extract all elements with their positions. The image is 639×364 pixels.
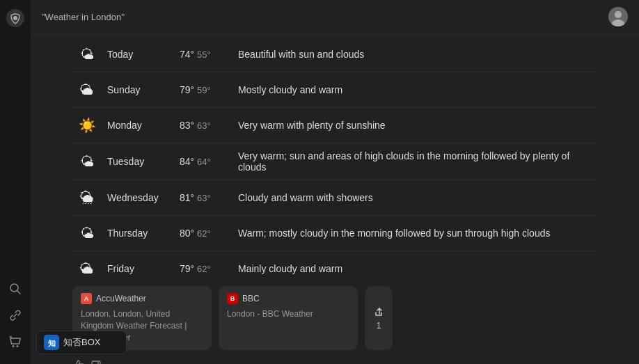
shop-icon[interactable] xyxy=(8,335,22,349)
sidebar-icon-group xyxy=(8,282,22,349)
weather-row: 🌤 Thursday 80° 62° Warm; mostly cloudy i… xyxy=(72,216,597,251)
weather-icon: 🌤 xyxy=(77,44,97,65)
main-container: "Weather in London" 🌤 Today 74° 55° Beau… xyxy=(31,0,639,364)
weather-icon: 🌦 xyxy=(77,187,97,208)
temp-high: 74° xyxy=(180,49,194,60)
weather-day: Thursday xyxy=(107,228,170,239)
svg-point-7 xyxy=(615,11,622,18)
weather-day: Monday xyxy=(107,120,170,131)
header-title: "Weather in London" xyxy=(42,12,608,22)
weather-temps: 79° 59° xyxy=(180,84,228,95)
sidebar-logo[interactable] xyxy=(6,8,25,28)
weather-day: Wednesday xyxy=(107,192,170,203)
search-icon[interactable] xyxy=(8,282,22,296)
svg-text:知: 知 xyxy=(47,339,56,347)
share-icon xyxy=(372,306,385,318)
weather-desc: Cloudy and warm with showers xyxy=(238,192,593,203)
temp-low: 64° xyxy=(197,157,211,167)
weather-temps: 80° 62° xyxy=(180,228,228,239)
source-card-header: B BBC xyxy=(227,293,349,304)
temp-high: 83° xyxy=(180,120,194,131)
link-icon[interactable] xyxy=(8,308,22,322)
source-card-header: A AccuWeather xyxy=(81,293,203,304)
weather-row: 🌥 Friday 79° 62° Mainly cloudy and warm xyxy=(72,251,597,286)
thumbs-down-icon[interactable] xyxy=(90,360,102,364)
header: "Weather in London" xyxy=(31,0,639,34)
weather-table: 🌤 Today 74° 55° Beautiful with sun and c… xyxy=(72,37,597,286)
svg-point-4 xyxy=(13,345,15,347)
weather-temps: 83° 63° xyxy=(180,120,228,131)
source-card-icon: B xyxy=(227,293,238,304)
weather-icon: 🌥 xyxy=(77,258,97,279)
source-icon-text: A xyxy=(84,295,89,302)
source-card-name: AccuWeather xyxy=(96,294,146,303)
weather-day: Sunday xyxy=(107,84,170,95)
svg-line-3 xyxy=(17,291,21,294)
source-cards: A AccuWeather London, London, United Kin… xyxy=(72,286,597,350)
source-card[interactable]: B BBC London - BBC Weather xyxy=(219,286,358,350)
weather-temps: 84° 64° xyxy=(180,156,228,167)
source-card-desc: London - BBC Weather xyxy=(227,308,349,320)
weather-desc: Very warm; sun and areas of high clouds … xyxy=(238,150,593,173)
temp-low: 63° xyxy=(197,193,211,203)
source-more-count: 1 xyxy=(377,321,381,331)
temp-low: 63° xyxy=(197,120,211,131)
zhizhebox-logo: 知 知否BOX xyxy=(36,331,127,354)
weather-row: 🌦 Wednesday 81° 63° Cloudy and warm with… xyxy=(72,180,597,216)
svg-point-5 xyxy=(17,345,19,347)
temp-high: 80° xyxy=(180,228,194,239)
weather-row: 🌥 Sunday 79° 59° Mostly cloudy and warm xyxy=(72,72,597,108)
weather-desc: Warm; mostly cloudy in the morning follo… xyxy=(238,228,593,239)
weather-icon: 🌤 xyxy=(77,223,97,244)
source-card-icon: A xyxy=(81,293,92,304)
zhizhebox-logo-text: 知否BOX xyxy=(63,336,100,349)
weather-temps: 81° 63° xyxy=(180,192,228,203)
temp-high: 81° xyxy=(180,192,194,203)
sidebar xyxy=(0,0,31,364)
weather-desc: Mostly cloudy and warm xyxy=(238,84,593,95)
feedback-row xyxy=(72,360,597,364)
weather-icon: 🌥 xyxy=(77,79,97,100)
avatar[interactable] xyxy=(608,7,628,26)
temp-high: 79° xyxy=(180,84,194,95)
weather-day: Today xyxy=(107,49,170,60)
temp-high: 84° xyxy=(180,156,194,167)
weather-icon: 🌤 xyxy=(77,151,97,172)
svg-point-1 xyxy=(13,16,17,20)
temp-low: 59° xyxy=(197,85,211,95)
weather-icon: ☀️ xyxy=(77,115,97,136)
zhizhebox-logo-icon: 知 xyxy=(44,335,59,350)
temp-high: 79° xyxy=(180,263,194,274)
weather-desc: Beautiful with sun and clouds xyxy=(238,49,593,60)
chat-area: 🌤 Today 74° 55° Beautiful with sun and c… xyxy=(31,34,639,364)
temp-low: 62° xyxy=(197,264,211,274)
weather-row: ☀️ Monday 83° 63° Very warm with plenty … xyxy=(72,108,597,143)
weather-temps: 74° 55° xyxy=(180,49,228,60)
source-icon-text: B xyxy=(230,295,235,302)
weather-row: 🌤 Tuesday 84° 64° Very warm; sun and are… xyxy=(72,143,597,180)
thumbs-up-icon[interactable] xyxy=(72,360,84,364)
weather-desc: Mainly cloudy and warm xyxy=(238,263,593,274)
temp-low: 55° xyxy=(197,49,211,60)
weather-row: 🌤 Today 74° 55° Beautiful with sun and c… xyxy=(72,37,597,72)
weather-day: Friday xyxy=(107,263,170,274)
weather-day: Tuesday xyxy=(107,156,170,167)
source-card-name: BBC xyxy=(242,294,260,303)
weather-desc: Very warm with plenty of sunshine xyxy=(238,120,593,131)
weather-temps: 79° 62° xyxy=(180,263,228,274)
temp-low: 62° xyxy=(197,228,211,239)
source-more-button[interactable]: 1 xyxy=(365,286,393,350)
